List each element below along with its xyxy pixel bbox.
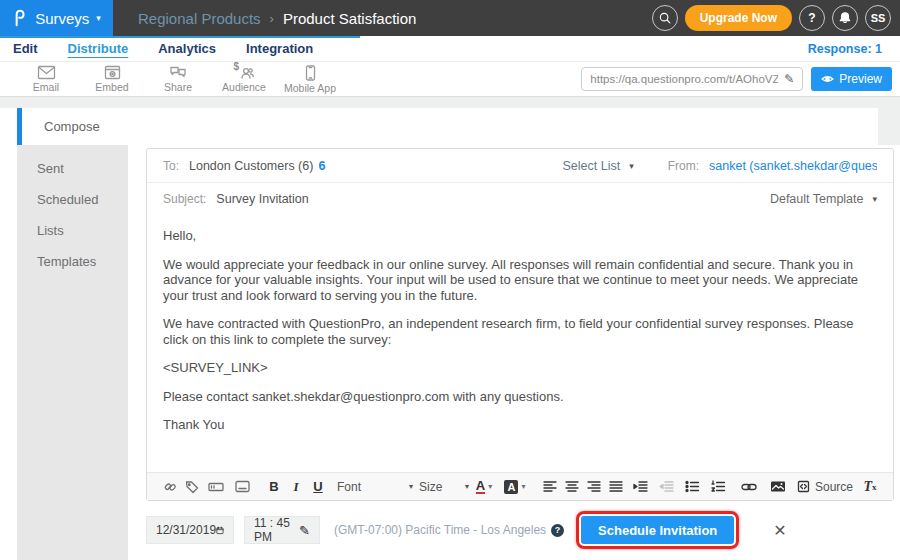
date-value: 12/31/2019: [156, 523, 216, 537]
date-picker[interactable]: 12/31/2019: [146, 516, 234, 544]
compose-content: To: London Customers (6) 6 Select List ▾…: [128, 145, 900, 560]
notifications-button[interactable]: [832, 5, 858, 31]
from-label: From:: [668, 159, 699, 173]
help-button[interactable]: ?: [799, 5, 825, 31]
insert-button-widget[interactable]: [229, 473, 255, 500]
template-dropdown[interactable]: Default Template ▾: [770, 192, 877, 206]
subject-value[interactable]: Survey Invitation: [216, 192, 308, 206]
main-area: Compose Sent Scheduled Lists Templates T…: [0, 97, 900, 560]
preview-button[interactable]: Preview: [811, 67, 892, 91]
sidebar-item-sent[interactable]: Sent: [17, 153, 128, 184]
close-icon[interactable]: ✕: [773, 521, 786, 540]
justify-button[interactable]: [605, 473, 627, 500]
to-count-badge[interactable]: 6: [318, 159, 325, 173]
template-label: Default Template: [770, 192, 864, 206]
italic-button[interactable]: I: [285, 473, 307, 500]
insert-link-button[interactable]: [735, 473, 763, 500]
channel-label: Email: [33, 81, 59, 93]
time-value: 11 : 45 PM: [254, 516, 299, 544]
sidebar-item-compose[interactable]: Compose: [17, 108, 878, 145]
questionpro-logo-icon: [12, 8, 28, 28]
channel-embed[interactable]: Embed: [79, 65, 145, 93]
survey-url-field[interactable]: https://qa.questionpro.com/t/AOhoVZfqml …: [581, 67, 803, 91]
remove-format-button[interactable]: Tx: [859, 473, 881, 500]
edit-url-icon[interactable]: ✎: [784, 72, 794, 86]
sidebar-item-lists[interactable]: Lists: [17, 215, 128, 246]
time-picker[interactable]: 11 : 45 PM ✎: [244, 516, 320, 544]
indent-decrease-icon: [659, 480, 674, 493]
from-value[interactable]: sanket (sanket.shekdar@ques...: [709, 159, 877, 173]
select-list-label: Select List: [562, 159, 620, 173]
channel-share[interactable]: Share: [145, 65, 211, 93]
channel-email[interactable]: Email: [13, 65, 79, 93]
calendar-icon: [216, 524, 224, 537]
tab-edit[interactable]: Edit: [13, 41, 38, 56]
link-icon: [741, 482, 757, 492]
channel-audience[interactable]: $ Audience: [211, 65, 277, 93]
audience-icon: $: [235, 65, 254, 80]
breadcrumb-separator: ›: [270, 11, 274, 26]
distribute-toolbar: Email Embed Share $ Audience Mobile App …: [0, 62, 900, 97]
insert-image-button[interactable]: [763, 473, 793, 500]
embed-window-icon: [104, 65, 121, 80]
chain-icon: [163, 480, 177, 494]
email-body-editor[interactable]: Hello, We would appreciate your feedback…: [147, 214, 893, 472]
to-row: To: London Customers (6) 6 Select List ▾…: [147, 149, 893, 183]
channel-label: Mobile App: [284, 82, 336, 94]
merge-tag-button[interactable]: [181, 473, 203, 500]
font-family-dropdown[interactable]: Font ▾: [337, 473, 413, 500]
button-widget-icon: [235, 480, 250, 493]
breadcrumb: Regional Products › Product Satisfaction: [138, 10, 416, 27]
surveys-menu[interactable]: Surveys ▾: [0, 0, 113, 36]
sidebar-item-label: Templates: [37, 254, 96, 269]
underline-button[interactable]: U: [307, 473, 329, 500]
numbered-list-button[interactable]: [705, 473, 731, 500]
schedule-invitation-button[interactable]: Schedule Invitation: [581, 516, 734, 544]
align-right-button[interactable]: [583, 473, 605, 500]
text-color-button[interactable]: A ▾: [469, 473, 499, 500]
body-paragraph: <SURVEY_LINK>: [163, 360, 877, 376]
breadcrumb-parent[interactable]: Regional Products: [138, 10, 261, 27]
chevron-down-icon: ▾: [96, 13, 101, 23]
source-button[interactable]: Source: [797, 480, 853, 494]
size-dropdown-label: Size: [419, 480, 442, 494]
distribute-panel: Compose Sent Scheduled Lists Templates T…: [0, 108, 878, 560]
align-center-button[interactable]: [561, 473, 583, 500]
sidebar-item-scheduled[interactable]: Scheduled: [17, 184, 128, 215]
tab-analytics[interactable]: Analytics: [158, 41, 216, 56]
chevron-down-icon: ▾: [409, 482, 413, 491]
font-dropdown-label: Font: [337, 480, 361, 494]
sidebar-item-label: Lists: [37, 223, 64, 238]
font-size-dropdown[interactable]: Size ▾: [419, 473, 469, 500]
to-value[interactable]: London Customers (6): [189, 159, 313, 173]
mobile-phone-icon: [305, 65, 316, 81]
insert-field-button[interactable]: [203, 473, 229, 500]
channel-mobile-app[interactable]: Mobile App: [277, 65, 343, 94]
remove-format-t: T: [864, 479, 873, 495]
anchor-link-button[interactable]: [159, 473, 181, 500]
upgrade-now-button[interactable]: Upgrade Now: [685, 5, 792, 31]
editor-toolbar: B I U Font ▾ Size ▾ A ▾: [147, 472, 893, 500]
user-avatar[interactable]: SS: [865, 5, 891, 31]
search-icon: [658, 11, 672, 25]
response-count[interactable]: Response: 1: [808, 42, 882, 56]
indent-decrease-button[interactable]: [653, 473, 679, 500]
avatar-initials: SS: [871, 12, 886, 24]
indent-increase-button[interactable]: [627, 473, 653, 500]
bullet-list-button[interactable]: [679, 473, 705, 500]
chevron-down-icon: ▾: [488, 482, 492, 491]
tag-icon: [185, 480, 199, 494]
email-sidebar: Sent Scheduled Lists Templates: [17, 145, 128, 560]
timezone-help-button[interactable]: ?: [551, 524, 564, 537]
align-left-button[interactable]: [539, 473, 561, 500]
tab-distribute[interactable]: Distribute: [68, 41, 129, 56]
question-mark-icon: ?: [555, 525, 561, 535]
sidebar-item-templates[interactable]: Templates: [17, 246, 128, 277]
search-button[interactable]: [652, 5, 678, 31]
fill-color-button[interactable]: A ▾: [499, 473, 531, 500]
highlight-ring: Schedule Invitation: [576, 511, 739, 549]
select-list-dropdown[interactable]: Select List ▾: [562, 159, 633, 173]
preview-label: Preview: [839, 72, 882, 86]
bold-button[interactable]: B: [263, 473, 285, 500]
tab-integration[interactable]: Integration: [246, 41, 313, 56]
